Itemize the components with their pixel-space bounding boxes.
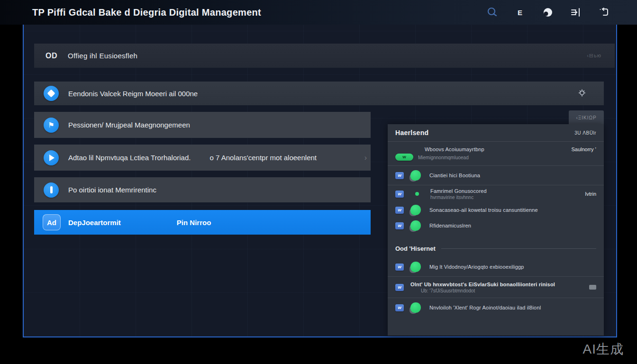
- topbar-icons: E: [486, 0, 610, 25]
- contrast-icon[interactable]: [542, 7, 554, 18]
- panel-header: Haerlsend 3U ΛBÜlr: [388, 124, 604, 142]
- w-badge: W: [395, 172, 404, 179]
- main-frame: OD Offieg ihl Eusioesfleh ‹⊟ью Eendonis …: [23, 22, 617, 337]
- list-item[interactable]: W Sonacaseao-ail kowetal troisu cansunti…: [388, 202, 604, 218]
- list-item[interactable]: W Olnt' Ub hnxwvbtost's EiSvlarSuki bona…: [388, 277, 604, 298]
- menu-item-label: Adtao lil Npmvtuqa Lctiea Trorhaloriad.: [68, 154, 191, 162]
- diamond-icon: [44, 86, 59, 101]
- w-badge: W: [395, 191, 404, 198]
- list-item[interactable]: W Ciantiei hici Bootiuna: [388, 166, 604, 185]
- header-prefix: OD: [46, 52, 57, 60]
- menu-item-label: DepJoeartormit: [68, 218, 121, 227]
- menu-item-1[interactable]: Eendonis Valcek Reigm Moeeri ail 000ne: [34, 82, 604, 105]
- menu-item-3[interactable]: Adtao lil Npmvtuqa Lctiea Trorhaloriad. …: [34, 145, 371, 171]
- panel-tab[interactable]: ‹ΞIKIΩP: [569, 110, 604, 125]
- play-icon: [44, 150, 59, 165]
- list-item[interactable]: W Rfidenamicuslren: [388, 218, 604, 234]
- list-item[interactable]: W Nnvloiloh 'Xlent' Rogr Aoinot/daoiau i…: [388, 298, 604, 317]
- item-title: Mig lt Vidodnoy/Ariogqto exbiooexiliggp: [429, 264, 524, 270]
- green-pill-badge: W: [395, 154, 413, 161]
- item-title: Ciantiei hici Bootiuna: [429, 173, 480, 178]
- avatar: [410, 262, 421, 272]
- ai-watermark: AI生成: [583, 340, 624, 358]
- header-right-hint: ‹⊟ью: [587, 53, 601, 59]
- checkbox[interactable]: [589, 285, 596, 290]
- search-icon[interactable]: [486, 7, 498, 18]
- item-right-label: Ivtrin: [585, 191, 596, 197]
- menu-item-secondary-label: Pin Nirroo: [177, 218, 211, 227]
- panel-right-label: 3U ΛBÜlr: [574, 130, 596, 136]
- list-icon[interactable]: E: [514, 7, 526, 18]
- w-badge: W: [395, 207, 404, 214]
- panel-section-header: Ood 'Hisernet: [388, 241, 604, 255]
- item-subtitle: Ub: '7sfJiSuusrbtmndodot: [421, 288, 555, 293]
- rotate-icon[interactable]: [598, 7, 610, 18]
- w-badge: W: [395, 304, 404, 311]
- divider: [441, 248, 596, 249]
- avatar: [410, 170, 421, 181]
- list-item[interactable]: W Mig lt Vidodnoy/Ariogqto exbiooexiligg…: [388, 257, 604, 277]
- avatar: [410, 220, 421, 231]
- menu-item-label-2: o 7 Anolans'centpr mot aloeenlent: [209, 154, 317, 162]
- item-title: Wboovs Acoiuumayrtbnp: [425, 146, 484, 152]
- menu-item-label: Pessionen/ Mrujpeal Maegnongemeen: [68, 121, 190, 129]
- item-right-label: Saulnorry ʼ: [571, 146, 596, 152]
- item-subtitle: hvrmavirine itsvhnnc: [430, 195, 487, 200]
- info-icon: [44, 182, 59, 198]
- item-subtitle: Miemignnonmqmluoead: [418, 155, 469, 160]
- menu-item-label: Po oirtioi ionat Memrirentinc: [68, 186, 156, 194]
- menu-item-5-active[interactable]: Ad DepJoeartormit Pin Nirroo: [34, 210, 371, 235]
- settings-icon[interactable]: [577, 88, 587, 99]
- header-label: Offieg ihl Eusioesfleh: [68, 52, 137, 60]
- w-badge: W: [395, 222, 404, 229]
- menu-item-label: Eendonis Valcek Reigm Moeeri ail 000ne: [68, 90, 198, 98]
- panel-title: Haerlsend: [395, 129, 428, 136]
- section-header-row[interactable]: OD Offieg ihl Eusioesfleh ‹⊟ью: [34, 44, 615, 68]
- list-item[interactable]: W Famrimel Gonusocored hvrmavirine itsvh…: [388, 185, 604, 202]
- item-title: Famrimel Gonusocored: [430, 188, 487, 194]
- recents-panel: Haerlsend 3U ΛBÜlr Wboovs Acoiuumayrtbnp…: [388, 124, 604, 336]
- status-dot: [415, 192, 419, 196]
- topbar: TP Piffi Gdcal Bake d Diegria Digital Ma…: [0, 0, 637, 25]
- w-badge: W: [395, 264, 404, 271]
- item-title: Nnvloiloh 'Xlent' Rogr Aoinot/daoiau ila…: [429, 305, 541, 310]
- indent-icon[interactable]: [570, 7, 582, 18]
- item-title: Rfidenamicuslren: [429, 223, 471, 228]
- ad-badge: Ad: [43, 214, 61, 230]
- w-badge: W: [395, 284, 404, 291]
- menu-item-4[interactable]: Po oirtioi ionat Memrirentinc: [34, 177, 371, 202]
- item-title: Olnt' Ub hnxwvbtost's EiSvlarSuki bonaol…: [410, 282, 555, 287]
- chevron-right-icon: ›: [364, 154, 367, 162]
- section-title: Ood 'Hisernet: [395, 245, 436, 252]
- item-title: Sonacaseao-ail kowetal troisu cansuntiti…: [429, 207, 538, 213]
- app-title: TP Piffi Gdcal Bake d Diegria Digital Ma…: [32, 7, 261, 18]
- flag-icon: ⚑: [44, 118, 59, 133]
- avatar: [410, 302, 421, 313]
- avatar: [410, 205, 421, 215]
- menu-item-2[interactable]: ⚑ Pessionen/ Mrujpeal Maegnongemeen: [34, 112, 371, 138]
- list-item[interactable]: Wboovs Acoiuumayrtbnp Saulnorry ʼ W Miem…: [388, 142, 604, 166]
